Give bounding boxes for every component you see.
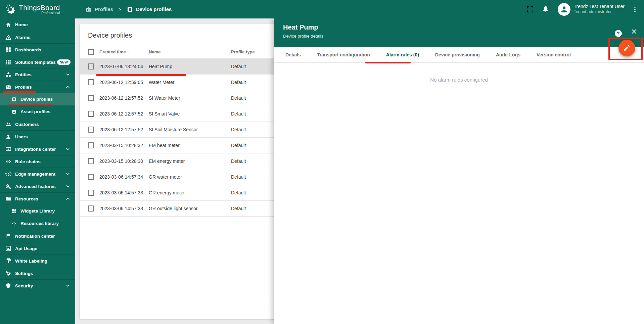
tab-audit-logs[interactable]: Audit Logs [488,47,528,63]
sidebar-item-solution-templates[interactable]: Solution templatesNEW [0,56,75,68]
cell-name: SI Water Meter [149,95,231,101]
shield-icon [5,283,11,289]
tab-alarm-rules[interactable]: Alarm rules (0) [378,47,427,63]
fullscreen-icon[interactable] [526,5,534,13]
topbar-actions: Trendz Test Tenant User Tenant administr… [526,3,644,16]
sidebar-item-white-labeling[interactable]: White Labeling [0,254,75,267]
sidebar-item-resources-library[interactable]: Resources library [0,217,75,230]
row-checkbox[interactable] [88,79,94,85]
cell-created-time: 2023-03-06 14:57:33 [99,190,149,195]
breadcrumb-separator: > [119,7,121,12]
sidebar-item-rule-chains[interactable]: Rule chains [0,155,75,168]
sidebar-item-security[interactable]: Security [0,279,75,292]
sidebar-item-advanced-features[interactable]: Advanced features [0,180,75,192]
sidebar-item-label: Widgets Library [20,209,55,214]
profiles-icon [85,6,92,13]
column-header-name[interactable]: Name [149,49,231,54]
sidebar-item-label: Customers [15,122,39,127]
sidebar-item-edge-management[interactable]: Edge management [0,168,75,180]
customers-icon [5,121,11,127]
breadcrumb-device-profiles[interactable]: Device profiles [127,6,172,13]
sidebar-item-label: Users [15,134,28,139]
cell-profile-type: Default [231,206,278,211]
cell-created-time: 2023-03-06 14:57:34 [99,174,149,180]
pencil-icon [623,44,631,52]
sidebar-item-resources[interactable]: Resources [0,192,75,205]
warning-icon [5,34,11,40]
tab-version-control[interactable]: Version control [528,47,579,63]
breadcrumb: Profiles > Device profiles [85,6,172,13]
cell-name: Heat Pump [149,64,231,69]
sidebar-item-label: Asset profiles [20,109,50,114]
chevron-down-icon [65,146,71,152]
close-icon[interactable]: × [631,27,637,36]
column-header-profile-type[interactable]: Profile type [231,49,278,54]
row-checkbox[interactable] [88,174,94,180]
empty-state-message: No alarm rules configured [274,77,644,83]
rule-chains-icon [5,158,11,165]
entities-icon [5,72,11,78]
chevron-down-icon [65,283,71,288]
sidebar-item-label: Edge management [15,172,55,177]
sidebar-item-integrations-center[interactable]: Integrations center [0,143,75,155]
thingsboard-logo[interactable]: ThingsBoard Professional [0,0,75,18]
sidebar-item-asset-profiles[interactable]: Asset profiles [0,105,75,118]
row-checkbox[interactable] [88,205,94,212]
sidebar-item-customers[interactable]: Customers [0,118,75,130]
cell-name: EM heat meter [149,143,231,148]
panel-tabs: Details Transport configuration Alarm ru… [274,47,644,63]
sidebar-item-entities[interactable]: Entities [0,68,75,81]
sidebar-item-label: Device profiles [20,97,53,102]
row-checkbox[interactable] [88,95,94,101]
sidebar-item-home[interactable]: Home [0,18,75,31]
row-checkbox[interactable] [88,63,94,70]
user-menu[interactable]: Trendz Test Tenant User Tenant administr… [574,4,625,15]
sidebar-item-settings[interactable]: Settings [0,267,75,279]
row-checkbox[interactable] [88,142,94,148]
sidebar-item-alarms[interactable]: Alarms [0,31,75,43]
tab-transport-configuration[interactable]: Transport configuration [309,47,378,63]
widgets-icon [11,209,17,214]
row-checkbox[interactable] [88,111,94,117]
app-root: ThingsBoard Professional Home Alarms Das… [0,0,644,324]
device-profile-icon [127,6,133,13]
cell-profile-type: Default [231,127,278,132]
sidebar-item-dashboards[interactable]: Dashboards [0,43,75,56]
sidebar-item-label: Security [15,283,33,288]
sidebar-item-users[interactable]: Users [0,130,75,143]
select-all-checkbox[interactable] [88,49,94,55]
sidebar-item-widgets-library[interactable]: Widgets Library [0,205,75,217]
extension-icon [11,221,17,226]
tab-details[interactable]: Details [277,47,309,63]
cell-profile-type: Default [231,95,278,101]
help-icon[interactable]: ? [615,30,622,37]
sidebar-item-label: Entities [15,72,32,77]
gear-icon [5,270,11,276]
sidebar-item-device-profiles[interactable]: Device profiles [0,93,75,105]
breadcrumb-profiles[interactable]: Profiles [85,6,113,13]
row-checkbox[interactable] [88,127,94,133]
cell-profile-type: Default [231,158,278,164]
sidebar-item-notification-center[interactable]: Notification center [0,230,75,242]
chevron-up-icon [65,196,71,201]
device-profile-details-panel: Heat Pump Device profile details ? × Det… [274,18,644,324]
flag-icon [5,233,11,239]
sidebar-item-label: Profiles [15,85,32,90]
column-header-created-time[interactable]: Created time↓ [99,49,149,54]
profiles-icon [5,84,11,90]
avatar[interactable] [558,3,570,16]
sidebar-item-api-usage[interactable]: Api Usage [0,242,75,254]
edit-fab-button[interactable] [618,40,635,56]
row-checkbox[interactable] [88,158,94,164]
folder-icon [5,196,11,202]
notifications-bell-icon[interactable] [542,5,550,13]
sidebar-item-profiles[interactable]: Profiles [0,81,75,93]
sidebar-item-label: Resources [15,196,38,201]
more-vert-icon[interactable] [631,6,639,13]
cell-profile-type: Default [231,64,278,69]
sidebar-item-label: White Labeling [15,259,47,264]
sidebar-item-label: Notification center [15,234,55,239]
panel-subtitle: Device profile details [283,34,644,39]
tab-device-provisioning[interactable]: Device provisioning [427,47,488,63]
row-checkbox[interactable] [88,190,94,196]
